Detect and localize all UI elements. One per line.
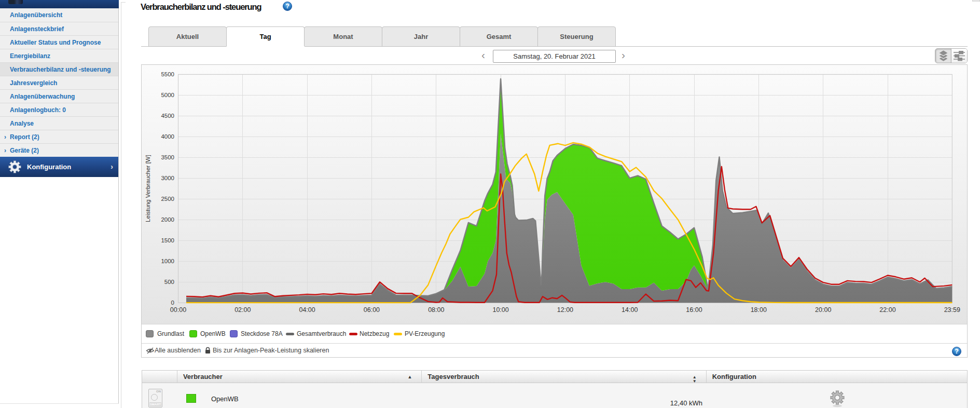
svg-text:20:00: 20:00 [815, 306, 831, 314]
svg-text:Leistung Verbraucher [W]: Leistung Verbraucher [W] [145, 155, 151, 222]
svg-text:10:00: 10:00 [492, 306, 508, 314]
svg-text:18:00: 18:00 [751, 306, 767, 314]
svg-text:06:00: 06:00 [364, 306, 380, 314]
svg-text:2000: 2000 [161, 216, 174, 223]
svg-text:16:00: 16:00 [686, 306, 702, 314]
svg-text:12:00: 12:00 [557, 306, 573, 314]
svg-text:2500: 2500 [161, 196, 174, 202]
svg-text:5000: 5000 [161, 92, 174, 98]
svg-text:4500: 4500 [161, 113, 174, 119]
svg-text:5500: 5500 [161, 71, 174, 77]
svg-text:500: 500 [164, 279, 174, 285]
svg-text:4000: 4000 [161, 133, 174, 140]
svg-text:14:00: 14:00 [622, 306, 638, 314]
svg-text:0: 0 [171, 300, 174, 306]
svg-text:08:00: 08:00 [428, 306, 444, 314]
svg-text:04:00: 04:00 [299, 306, 315, 314]
svg-text:02:00: 02:00 [234, 306, 251, 314]
svg-text:1500: 1500 [161, 237, 174, 243]
svg-text:3500: 3500 [161, 154, 174, 160]
svg-text:22:00: 22:00 [879, 306, 895, 314]
svg-text:23:59: 23:59 [944, 306, 960, 314]
svg-text:1000: 1000 [161, 258, 174, 264]
svg-text:00:00: 00:00 [170, 306, 186, 314]
svg-text:3000: 3000 [161, 175, 174, 181]
